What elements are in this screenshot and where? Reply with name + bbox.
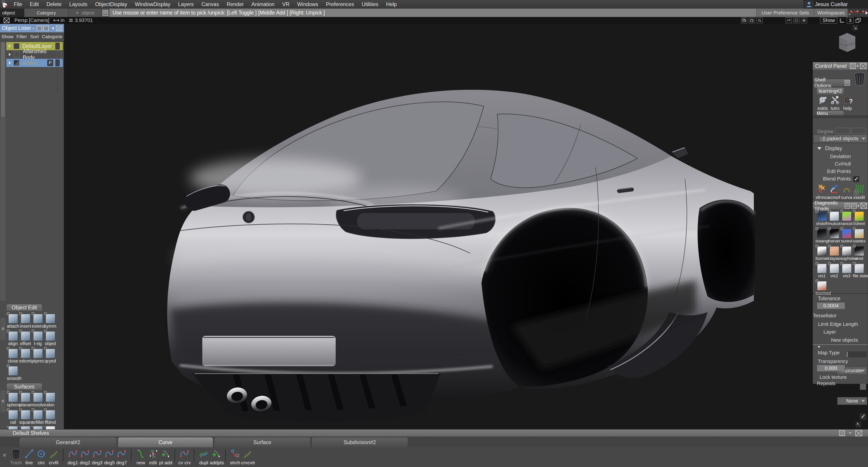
shelf-trash[interactable]: Trash bbox=[9, 449, 23, 465]
layer-visibility-pill[interactable] bbox=[57, 51, 61, 58]
snap-curve-icon[interactable] bbox=[854, 10, 860, 16]
shelf-tool[interactable]: edit bbox=[147, 449, 159, 465]
menu-item[interactable]: Windows bbox=[293, 0, 322, 8]
collapse-panel-icon[interactable] bbox=[52, 27, 54, 30]
expand-icon[interactable] bbox=[858, 205, 860, 207]
section-collapse-icon[interactable] bbox=[817, 346, 820, 348]
palette-tool[interactable]: insert bbox=[19, 314, 32, 329]
tolerance-value-field[interactable]: 0.0004 bbox=[817, 302, 845, 309]
palette-tool[interactable]: ffblnd bbox=[44, 410, 57, 425]
tumble-icon[interactable] bbox=[785, 18, 792, 23]
tool-xfrmcv[interactable]: xfrmcv bbox=[815, 184, 828, 200]
menu-item[interactable]: File bbox=[10, 0, 26, 8]
menu-shortcuts-tab[interactable]: Menu Shortcuts bbox=[816, 111, 844, 115]
object-lister-tab[interactable]: Categorie bbox=[42, 34, 62, 39]
menu-item[interactable]: Delete bbox=[43, 0, 65, 8]
shelf-tool[interactable]: deg3 bbox=[91, 449, 103, 465]
tool-scnsrf[interactable]: scnsrf bbox=[828, 184, 840, 200]
menu-item[interactable]: Help bbox=[382, 0, 401, 8]
palette-tool[interactable]: t-rig bbox=[32, 331, 44, 346]
pickable-badge[interactable]: P bbox=[47, 60, 53, 66]
layer-toggle-checkbox[interactable] bbox=[14, 60, 19, 66]
shade-tool[interactable]: rancol bbox=[840, 211, 853, 226]
shade-tool[interactable]: file state bbox=[853, 264, 865, 279]
display-header[interactable]: Display bbox=[817, 145, 842, 151]
palette-tool[interactable]: symm bbox=[44, 314, 57, 329]
menu-item[interactable]: Render bbox=[223, 0, 248, 8]
shelf-tool[interactable]: strch bbox=[229, 449, 241, 465]
shelf-tab-curve[interactable]: Curve bbox=[118, 437, 213, 447]
control-panel-titlebar[interactable]: Control Panel bbox=[813, 62, 868, 70]
menu-item[interactable]: Canvas bbox=[197, 0, 223, 8]
viewcube[interactable]: BACK RIGHT bbox=[836, 31, 859, 53]
viewport-close-icon[interactable] bbox=[4, 18, 9, 23]
expand-icon[interactable] bbox=[9, 45, 11, 48]
spans-field-v[interactable] bbox=[851, 136, 866, 142]
shelf-tool[interactable]: crvcvtr bbox=[241, 449, 253, 465]
look-at-icon[interactable] bbox=[793, 18, 800, 23]
menu-icon[interactable] bbox=[850, 63, 856, 69]
close-panel-icon[interactable] bbox=[56, 26, 62, 31]
shade-tool[interactable]: isoang bbox=[815, 229, 828, 243]
resize-corner-icon[interactable] bbox=[852, 25, 858, 30]
camera-icon[interactable] bbox=[741, 18, 747, 23]
snap-toggle-icons[interactable] bbox=[848, 8, 868, 17]
surfaces-palette-header[interactable]: Surfaces bbox=[6, 383, 42, 390]
palette-grip[interactable]: ≡ bbox=[0, 390, 5, 412]
prompt-history-icon[interactable] bbox=[866, 11, 868, 15]
pick-name-field[interactable]: object bbox=[68, 8, 102, 17]
degree-field-u[interactable] bbox=[835, 128, 850, 134]
shelf-tab-general[interactable]: General#2 bbox=[19, 437, 117, 447]
menu-item[interactable]: Utilities bbox=[358, 0, 382, 8]
shade-tool[interactable]: vis2 bbox=[828, 264, 840, 279]
shelf-tool[interactable]: deg7 bbox=[116, 449, 128, 465]
track-icon[interactable] bbox=[801, 18, 807, 23]
tool-tutrs[interactable]: tutrs bbox=[829, 95, 841, 111]
tool-curva[interactable]: curva bbox=[840, 184, 853, 200]
alias-logo-icon[interactable] bbox=[0, 0, 10, 8]
spans-field-u[interactable] bbox=[835, 136, 850, 142]
shelf-tool[interactable]: cv crv bbox=[178, 449, 191, 465]
resize-corner-icon[interactable] bbox=[856, 422, 861, 427]
snap-grid-icon[interactable] bbox=[848, 10, 854, 16]
expand-icon[interactable] bbox=[9, 53, 11, 56]
palette-grip[interactable]: ≡ bbox=[0, 318, 5, 340]
palette-tool[interactable]: close bbox=[7, 349, 19, 363]
menu-item[interactable]: ObjectDisplay bbox=[91, 0, 131, 8]
object-lister-tab[interactable]: Filter bbox=[17, 34, 27, 39]
palette-tool[interactable]: ptprec bbox=[32, 349, 44, 363]
window-layout-icon[interactable] bbox=[855, 18, 861, 23]
palette-tool[interactable]: qryed bbox=[44, 349, 57, 363]
trash-icon[interactable] bbox=[853, 71, 866, 86]
deviation-checkbox[interactable] bbox=[853, 176, 860, 182]
close-icon[interactable] bbox=[860, 63, 866, 69]
menu-item[interactable]: Animation bbox=[248, 0, 278, 8]
palette-tool[interactable]: offset bbox=[19, 331, 32, 346]
limit-edge-checkbox[interactable] bbox=[860, 384, 866, 390]
category-button[interactable]: Category bbox=[24, 8, 68, 17]
shelf-tool[interactable]: deg5 bbox=[103, 449, 116, 465]
menu-item[interactable]: Layers bbox=[174, 0, 197, 8]
chevron-down-icon[interactable] bbox=[848, 432, 852, 434]
diagnostic-shade-titlebar[interactable]: Diagnostic Shade bbox=[813, 202, 868, 210]
palette-tool[interactable]: skin bbox=[44, 392, 57, 408]
shade-tool[interactable]: vred bbox=[853, 246, 865, 261]
shade-tool[interactable]: clayao bbox=[828, 246, 840, 261]
menu-item[interactable]: Layouts bbox=[65, 0, 91, 8]
shelf-tab-subdivision[interactable]: Subdivision#2 bbox=[311, 437, 408, 447]
shelf-options-button[interactable]: Shelf Options bbox=[814, 79, 850, 87]
pick-list-button[interactable] bbox=[102, 8, 110, 17]
menu-icon[interactable] bbox=[851, 203, 857, 208]
palette-tool[interactable]: srfillet bbox=[32, 410, 44, 425]
palette-tool[interactable]: align bbox=[7, 331, 19, 346]
degree-field-v[interactable] bbox=[851, 128, 866, 134]
layer-dropdown[interactable]: None bbox=[837, 397, 867, 405]
shade-tool[interactable]: curevl bbox=[853, 211, 865, 226]
expand-rows-icon[interactable] bbox=[37, 26, 42, 31]
shelf-grip[interactable]: ≡ bbox=[0, 449, 9, 458]
palette-tool[interactable]: objed bbox=[44, 331, 57, 346]
palette-tool[interactable]: sphere bbox=[7, 392, 19, 408]
close-icon[interactable] bbox=[855, 430, 862, 436]
window-count-box[interactable]: 3 bbox=[847, 17, 854, 24]
film-icon[interactable] bbox=[749, 18, 755, 23]
